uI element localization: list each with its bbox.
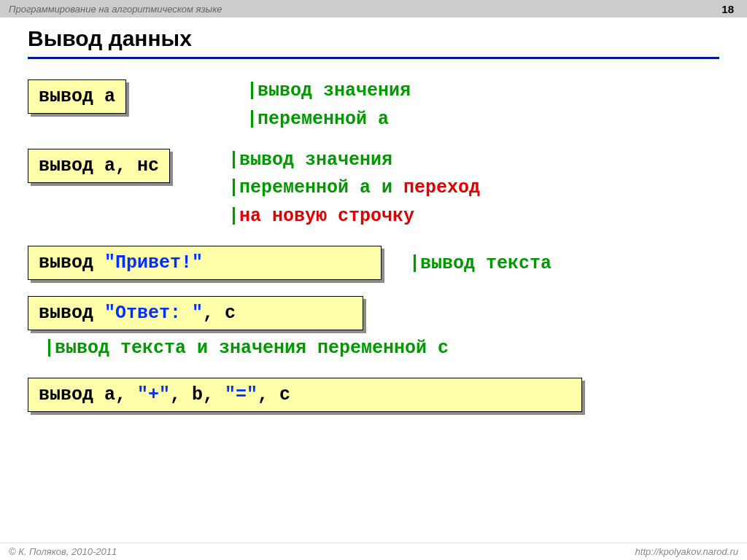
code-string: "Ответ: " [104,303,203,324]
footer-copyright: © К. Поляков, 2010-2011 [9,546,117,557]
comment-text: |переменной a [247,109,389,130]
comment-text: переход [403,177,480,198]
example-row-4: вывод "Ответ: ", c [28,296,719,330]
code-string: "=" [225,384,258,405]
header-bar: Программирование на алгоритмическом язык… [0,0,747,18]
comment-text: |вывод значения [228,149,392,171]
code-string: "Привет!" [104,252,203,273]
code-string: "+" [137,384,170,405]
comment-1: |вывод значения |переменной a [247,77,719,134]
code-box-1: вывод a [28,79,126,114]
comment-text: |вывод текста и значения переменной c [44,338,449,359]
code-keyword: вывод [39,303,104,324]
comment-text: |вывод текста [409,253,551,274]
slide-content: Вывод данных вывод a |вывод значения |пе… [0,18,747,412]
page-number: 18 [721,3,738,15]
example-row-5: вывод a, "+", b, "=", c [28,378,719,412]
example-row-1: вывод a |вывод значения |переменной a [28,79,719,134]
code-keyword: вывод [39,252,104,273]
footer-url: http://kpolyakov.narod.ru [635,546,738,557]
code-box-4: вывод "Ответ: ", c [28,296,363,330]
comment-text: на новую строчку [239,206,414,227]
footer-bar: © К. Поляков, 2010-2011 http://kpolyakov… [0,542,747,560]
code-keyword: вывод [39,384,104,405]
comment-text: |переменной a и [228,177,403,198]
slide-title: Вывод данных [28,26,719,59]
code-box-3: вывод "Привет!" [28,246,382,280]
comment-4: |вывод текста и значения переменной c [44,338,719,359]
comment-text: | [228,206,239,227]
header-title: Программирование на алгоритмическом язык… [9,4,222,15]
code-part: , c [258,384,290,405]
code-rest: , c [203,303,236,324]
example-row-3: вывод "Привет!" |вывод текста [28,246,719,280]
code-part: a, [104,384,137,405]
comment-2: |вывод значения |переменной a и переход … [228,147,719,231]
code-box-2: вывод a, нс [28,149,170,183]
code-box-5: вывод a, "+", b, "=", c [28,378,582,412]
example-row-2: вывод a, нс |вывод значения |переменной … [28,149,719,231]
comment-3: |вывод текста [409,250,719,279]
code-part: , b, [170,384,225,405]
comment-text: |вывод значения [247,80,411,101]
